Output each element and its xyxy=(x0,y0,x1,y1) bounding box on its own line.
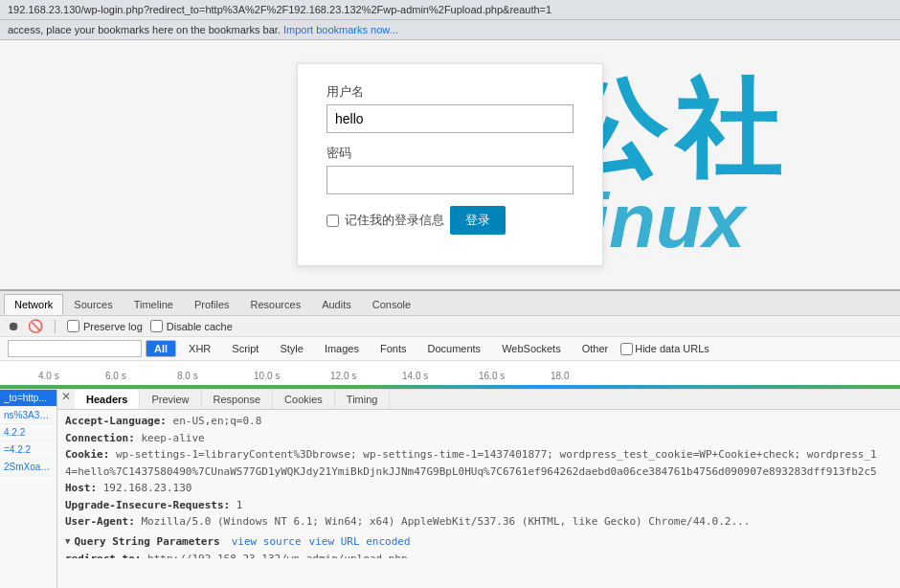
detail-content: Accept-Language: en-US,en;q=0.8 Connecti… xyxy=(57,410,900,558)
view-url-encoded-link[interactable]: view URL encoded xyxy=(309,534,411,551)
detail-tabs: ✕ Headers Preview Response Cookies Timin… xyxy=(57,390,900,410)
fonts-filter-button[interactable]: Fonts xyxy=(371,340,416,357)
timeline-label-4s: 4.0 s xyxy=(38,371,59,381)
timeline-label-12s: 12.0 s xyxy=(330,371,356,381)
request-item-4[interactable]: 2SmXoaTe... xyxy=(0,459,56,476)
detail-tab-headers[interactable]: Headers xyxy=(75,390,140,409)
password-label: 密码 xyxy=(326,145,574,162)
bookmarks-text: access, place your bookmarks here on the… xyxy=(8,24,281,35)
request-item-0[interactable]: _to=http... xyxy=(0,390,56,407)
preserve-log-checkbox[interactable] xyxy=(67,320,79,332)
hide-urls-text: Hide data URLs xyxy=(635,343,709,354)
login-area: 用户名 密码 记住我的登录信息 登录 xyxy=(0,40,900,289)
detail-tab-cookies[interactable]: Cookies xyxy=(273,390,335,409)
disable-cache-checkbox[interactable] xyxy=(150,320,163,332)
disable-cache-text: Disable cache xyxy=(167,321,233,332)
preserve-log-label: Preserve log xyxy=(67,320,143,332)
timeline-label-16s: 16.0 s xyxy=(479,371,505,381)
remember-row: 记住我的登录信息 登录 xyxy=(326,206,574,235)
hide-urls-label: Hide data URLs xyxy=(620,343,709,355)
filter-bar: All XHR Script Style Images Fonts Docume… xyxy=(0,337,900,361)
import-bookmarks-link[interactable]: Import bookmarks now... xyxy=(283,24,398,35)
style-filter-button[interactable]: Style xyxy=(271,340,311,357)
browser-address-bar: 192.168.23.130/wp-login.php?redirect_to=… xyxy=(0,0,900,20)
timeline-label-14s: 14.0 s xyxy=(402,371,428,381)
timeline-label-6s: 6.0 s xyxy=(105,371,126,381)
timeline-label-8s: 8.0 s xyxy=(177,371,198,381)
header-user-agent: User-Agent: Mozilla/5.0 (Windows NT 6.1;… xyxy=(65,514,892,531)
query-redirect-to: redirect_to: http://192.168.23.132/wp-ad… xyxy=(65,552,892,558)
request-item-2[interactable]: 4.2.2 xyxy=(0,424,56,441)
toolbar-separator xyxy=(55,320,56,333)
close-detail-button[interactable]: ✕ xyxy=(57,390,75,409)
request-list: _to=http... ns%3A30... 4.2.2 =4.2.2 2SmX… xyxy=(0,390,57,588)
tab-network[interactable]: Network xyxy=(4,294,63,315)
timeline-label-18s: 18.0 xyxy=(551,371,569,381)
browser-content: 用户名 密码 记住我的登录信息 登录 L 公 社 Linux xyxy=(0,40,900,289)
detail-tab-preview[interactable]: Preview xyxy=(140,390,201,409)
header-host: Host: 192.168.23.130 xyxy=(65,481,892,497)
login-form: 用户名 密码 记住我的登录信息 登录 xyxy=(297,63,603,266)
request-item-3[interactable]: =4.2.2 xyxy=(0,441,56,459)
filter-input[interactable] xyxy=(8,340,142,357)
request-item-1[interactable]: ns%3A30... xyxy=(0,407,56,424)
devtools-panel: Network Sources Timeline Profiles Resour… xyxy=(0,289,900,588)
hide-urls-checkbox[interactable] xyxy=(620,343,633,355)
record-icon[interactable]: ⏺ xyxy=(8,319,20,333)
documents-filter-button[interactable]: Documents xyxy=(418,340,489,357)
detail-tab-timing[interactable]: Timing xyxy=(335,390,391,409)
login-button[interactable]: 登录 xyxy=(450,206,506,235)
header-upgrade-insecure: Upgrade-Insecure-Requests: 1 xyxy=(65,498,892,514)
tab-console[interactable]: Console xyxy=(362,294,421,315)
view-source-link[interactable]: view source xyxy=(232,534,302,551)
preserve-log-text: Preserve log xyxy=(83,321,143,332)
disable-cache-label: Disable cache xyxy=(150,320,233,332)
username-input[interactable] xyxy=(326,104,574,133)
username-label: 用户名 xyxy=(326,83,574,101)
query-params-section: ▼ Query String Parameters view source vi… xyxy=(65,534,892,559)
timeline-label-10s: 10.0 s xyxy=(254,371,280,381)
tab-resources[interactable]: Resources xyxy=(240,294,312,315)
browser-url: 192.168.23.130/wp-login.php?redirect_to=… xyxy=(8,4,551,15)
bottom-panel: _to=http... ns%3A30... 4.2.2 =4.2.2 2SmX… xyxy=(0,390,900,588)
remember-checkbox[interactable] xyxy=(326,215,339,227)
tab-sources[interactable]: Sources xyxy=(63,294,123,315)
password-group: 密码 xyxy=(326,145,574,194)
header-cookie: Cookie: wp-settings-1=libraryContent%3Db… xyxy=(65,447,892,464)
timeline-bar: 4.0 s 6.0 s 8.0 s 10.0 s 12.0 s 14.0 s 1… xyxy=(0,361,900,390)
other-filter-button[interactable]: Other xyxy=(574,340,618,357)
images-filter-button[interactable]: Images xyxy=(316,340,368,357)
remember-label: 记住我的登录信息 xyxy=(345,212,444,229)
timeline-progress xyxy=(0,385,900,389)
header-accept-language: Accept-Language: en-US,en;q=0.8 xyxy=(65,414,892,430)
request-detail: ✕ Headers Preview Response Cookies Timin… xyxy=(57,390,900,588)
devtools-tabs: Network Sources Timeline Profiles Resour… xyxy=(0,291,900,316)
username-group: 用户名 xyxy=(326,83,574,133)
query-params-title: ▼ Query String Parameters view source vi… xyxy=(65,534,892,551)
tab-audits[interactable]: Audits xyxy=(311,294,362,315)
websockets-filter-button[interactable]: WebSockets xyxy=(493,340,570,357)
header-connection: Connection: keep-alive xyxy=(65,431,892,447)
password-input[interactable] xyxy=(326,166,574,194)
tab-profiles[interactable]: Profiles xyxy=(184,294,240,315)
devtools-toolbar: ⏺ 🚫 Preserve log Disable cache xyxy=(0,316,900,337)
tab-timeline[interactable]: Timeline xyxy=(124,294,184,315)
all-filter-button[interactable]: All xyxy=(146,340,176,357)
clear-icon[interactable]: 🚫 xyxy=(28,319,43,333)
xhr-filter-button[interactable]: XHR xyxy=(180,340,219,357)
script-filter-button[interactable]: Script xyxy=(223,340,267,357)
bookmarks-bar: access, place your bookmarks here on the… xyxy=(0,20,900,40)
detail-tab-response[interactable]: Response xyxy=(202,390,274,409)
header-cookie-cont: 4=hello%7C1437580490%7CUnaWS77GD1yWQKJdy… xyxy=(65,464,892,481)
